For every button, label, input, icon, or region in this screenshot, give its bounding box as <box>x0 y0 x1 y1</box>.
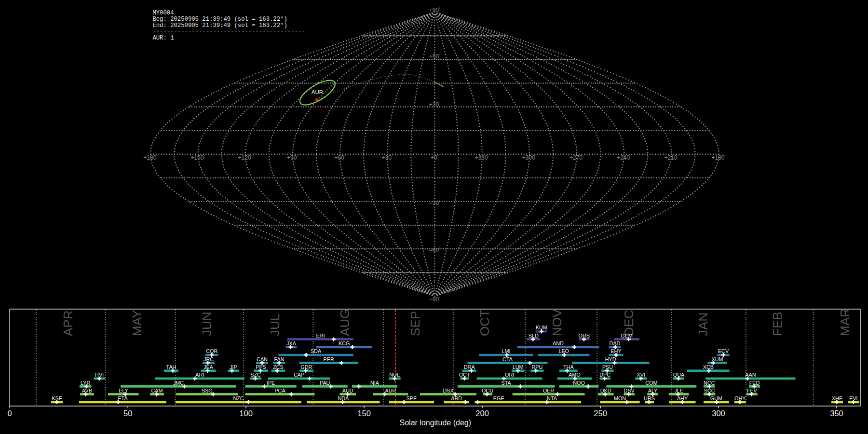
svg-text:MY0004: MY0004 <box>152 10 174 16</box>
svg-text:+210°: +210° <box>664 154 678 161</box>
svg-text:NIA: NIA <box>370 380 380 386</box>
svg-text:ELY: ELY <box>119 388 128 393</box>
svg-text:AAN: AAN <box>745 372 756 378</box>
svg-text:250: 250 <box>594 409 607 418</box>
svg-text:AND: AND <box>553 340 564 346</box>
svg-text:DSV: DSV <box>624 388 635 393</box>
svg-text:EHY: EHY <box>610 348 621 354</box>
svg-text:+180°: +180° <box>711 154 726 161</box>
svg-text:GDR: GDR <box>300 364 312 370</box>
svg-text:MAR: MAR <box>838 308 852 336</box>
svg-text:+180°: +180° <box>143 154 158 161</box>
svg-text:SDA: SDA <box>311 348 322 354</box>
svg-text:JRC: JRC <box>203 356 214 362</box>
svg-text:ZCS: ZCS <box>273 364 284 370</box>
svg-text:350: 350 <box>830 409 843 418</box>
svg-text:HVI: HVI <box>95 372 104 378</box>
svg-text:+150°: +150° <box>190 154 205 161</box>
svg-text:ALY: ALY <box>648 388 658 393</box>
svg-text:FAN: FAN <box>274 356 285 362</box>
svg-text:DKD: DKD <box>600 388 611 393</box>
svg-text:STA: STA <box>502 380 512 386</box>
svg-text:SZC: SZC <box>250 372 261 378</box>
svg-text:JEA: JEA <box>203 364 214 370</box>
svg-text:+90°: +90° <box>287 154 298 161</box>
svg-text:+330°: +330° <box>475 154 489 161</box>
svg-text:Solar longitude (deg): Solar longitude (deg) <box>400 419 472 427</box>
svg-text:ARI: ARI <box>195 372 204 378</box>
svg-text:EVI: EVI <box>849 395 857 401</box>
svg-text:THA: THA <box>563 364 574 370</box>
svg-text:EGE: EGE <box>493 395 504 401</box>
svg-text:AVB: AVB <box>82 388 92 393</box>
svg-text:−60°: −60° <box>429 247 441 254</box>
svg-text:OCU: OCU <box>482 388 493 393</box>
svg-text:MAY: MAY <box>130 310 144 336</box>
svg-text:GUM: GUM <box>710 395 722 401</box>
svg-text:AUD: AUD <box>342 388 353 393</box>
svg-text:CAP: CAP <box>294 372 304 378</box>
svg-text:XVI: XVI <box>637 372 645 378</box>
svg-text:+30°: +30° <box>382 154 393 161</box>
svg-text:COM: COM <box>645 380 657 386</box>
svg-text:+90°: +90° <box>429 7 441 14</box>
svg-text:SSG: SSG <box>202 388 213 393</box>
svg-text:SCC: SCC <box>704 388 715 393</box>
svg-text:NCC: NCC <box>704 380 715 386</box>
svg-text:150: 150 <box>357 409 371 418</box>
svg-text:XHE: XHE <box>832 395 842 401</box>
svg-text:URS: URS <box>644 395 655 401</box>
svg-text:300: 300 <box>712 409 725 418</box>
svg-text:AUR: AUR <box>312 89 323 95</box>
svg-text:−30°: −30° <box>429 200 441 206</box>
svg-text:0: 0 <box>8 409 12 418</box>
svg-text:LUM: LUM <box>513 364 524 370</box>
svg-text:+270°: +270° <box>570 154 584 161</box>
svg-text:ORS: ORS <box>578 333 589 339</box>
svg-text:JUN: JUN <box>200 312 214 336</box>
svg-text:NUE: NUE <box>389 372 400 378</box>
svg-text:SEP: SEP <box>408 311 422 336</box>
svg-text:+60°: +60° <box>334 154 346 161</box>
svg-text:DRA: DRA <box>464 364 475 370</box>
svg-text:CAN: CAN <box>257 356 268 362</box>
svg-text:ERI: ERI <box>316 333 325 339</box>
svg-text:CQR: CQR <box>206 348 217 354</box>
svg-text:PPS: PPS <box>256 364 266 370</box>
svg-text:NTA: NTA <box>547 395 557 401</box>
svg-text:+120°: +120° <box>238 154 253 161</box>
svg-text:------------------------------: ----------------------------------------… <box>152 28 305 35</box>
svg-text:IPE: IPE <box>267 380 275 386</box>
svg-text:+240°: +240° <box>617 154 631 161</box>
svg-text:LEO: LEO <box>558 348 569 354</box>
svg-text:OCT: OCT <box>477 310 492 336</box>
svg-text:−90°: −90° <box>429 296 441 303</box>
svg-text:OHY: OHY <box>734 395 746 401</box>
svg-text:GEM: GEM <box>621 333 633 339</box>
svg-text:NOV: NOV <box>550 309 564 336</box>
svg-text:NDA: NDA <box>338 395 349 401</box>
svg-text:KUM: KUM <box>536 325 547 330</box>
svg-text:FEV: FEV <box>747 388 758 393</box>
svg-text:SPE: SPE <box>407 395 417 401</box>
svg-text:QUA: QUA <box>673 372 685 378</box>
svg-text:JMC: JMC <box>173 380 184 386</box>
svg-text:Beg: 20250905 21:39:49 (sol =: Beg: 20250905 21:39:49 (sol = 163.22°) <box>152 16 287 23</box>
svg-text:KSE: KSE <box>52 395 62 401</box>
svg-text:DAD: DAD <box>610 340 621 346</box>
svg-text:CAM: CAM <box>151 388 163 393</box>
svg-text:NZC: NZC <box>233 395 244 401</box>
svg-text:AUG: AUG <box>338 309 352 336</box>
svg-text:TAH: TAH <box>166 364 176 370</box>
svg-text:PAU: PAU <box>320 380 330 386</box>
svg-text:DSX: DSX <box>443 388 453 393</box>
svg-text:ECV: ECV <box>718 348 729 354</box>
svg-text:OER: OER <box>543 388 555 393</box>
svg-text:AHY: AHY <box>677 395 688 401</box>
svg-text:OCT: OCT <box>459 372 470 378</box>
svg-text:LMI: LMI <box>502 348 511 354</box>
svg-text:AMO: AMO <box>569 372 581 378</box>
svg-text:APR: APR <box>61 311 75 336</box>
svg-text:PCA: PCA <box>274 388 285 393</box>
svg-text:RPU: RPU <box>531 364 542 370</box>
